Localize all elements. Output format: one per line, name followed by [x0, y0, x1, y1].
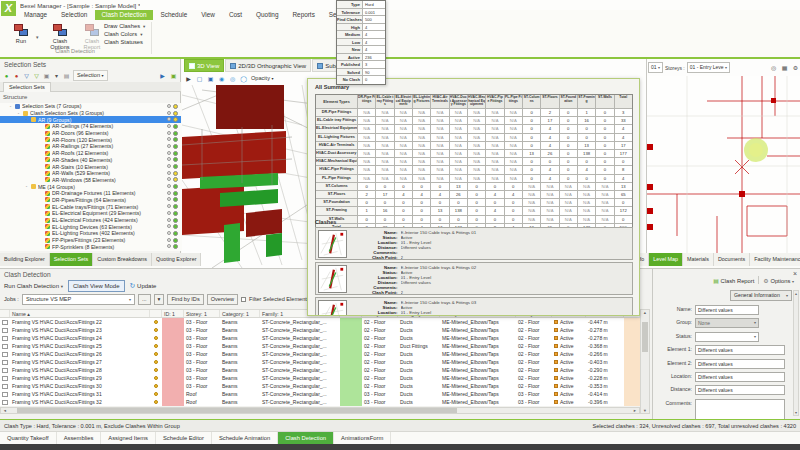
visibility-dot-icon[interactable] [167, 197, 171, 201]
property-value-field[interactable]: Different values [695, 345, 785, 355]
opacity-dropdown[interactable]: Opacity ▾ [251, 75, 274, 81]
job-select[interactable]: Structure VS MEP▾ [22, 294, 135, 305]
status-dot-icon[interactable] [173, 111, 178, 116]
clash-view-mode-button[interactable]: Clash View Mode [68, 280, 125, 292]
scroll-right-icon[interactable]: ▸ [631, 408, 639, 413]
tree-item[interactable]: AR-Ceilings (74 Elements) [0, 123, 181, 130]
more-dropdown-button[interactable]: ▾ [154, 294, 165, 305]
tree-item[interactable]: AR-Roofs (12 Elements) [0, 150, 181, 157]
status-dot-icon[interactable] [173, 171, 178, 176]
right-bottom-tab[interactable]: Facility Maintenance [750, 253, 800, 266]
visibility-dot-icon[interactable] [167, 157, 171, 161]
remove-selection-set-icon[interactable]: ● [12, 71, 21, 80]
property-value-field[interactable]: Different values [695, 359, 785, 369]
ribbon-tab[interactable]: Quoting [250, 10, 284, 20]
tree-item[interactable]: - ME (14 Groups) [0, 183, 181, 190]
visibility-dot-icon[interactable] [167, 104, 171, 108]
property-value-field[interactable] [695, 332, 759, 342]
status-dot-icon[interactable] [173, 117, 178, 122]
status-dot-icon[interactable] [173, 184, 178, 189]
viewport-2d[interactable]: 01 ▾ Storeys : 01 - Entry Leve ▾ ◎ ▦ ⚙ [646, 59, 800, 266]
horizontal-scrollbar[interactable]: ◂ ▸ [0, 407, 640, 414]
tree-item[interactable]: EL-Electrical Equipment (29 Elements) [0, 210, 181, 217]
tree-item[interactable]: AR-Railings (27 Elements) [0, 143, 181, 150]
col-name[interactable]: Name ▴ [10, 310, 150, 317]
expand-icon[interactable]: - [16, 111, 21, 116]
vertical-scroll-thumb[interactable] [642, 322, 648, 352]
status-dot-icon[interactable] [173, 144, 178, 149]
clash-table-row[interactable]: + Framing VS HVAC Duct/Accs/Fittings 27 … [0, 358, 640, 366]
box-select-icon[interactable]: ▢ [195, 74, 204, 83]
tree-item[interactable]: - AR (9 Groups) [0, 116, 181, 123]
overview-button[interactable]: Overview [207, 294, 238, 305]
row-expand-icon[interactable]: + [2, 344, 8, 349]
visibility-dot-icon[interactable] [167, 244, 171, 248]
find-by-ids-button[interactable]: Find by IDs [167, 294, 203, 305]
row-expand-icon[interactable]: + [2, 400, 8, 405]
row-expand-icon[interactable]: + [2, 336, 8, 341]
visibility-dot-icon[interactable] [167, 137, 171, 141]
section-box-icon[interactable]: ▣ [206, 74, 215, 83]
expand-icon[interactable]: - [24, 117, 29, 122]
orbit-icon[interactable]: ◉ [217, 74, 226, 83]
tree-item[interactable]: - Clash Selection Sets (3 Groups) [0, 110, 181, 117]
status-dot-icon[interactable] [173, 231, 178, 236]
zoom-icon[interactable]: ◯ [239, 74, 248, 83]
scroll-up-icon[interactable]: ▴ [641, 310, 649, 315]
tree-item[interactable]: FP-Sprinklers (8 Elements) [0, 243, 181, 250]
level-map-canvas[interactable] [647, 76, 800, 253]
clash-report-button[interactable]: ▤ Clash Report [713, 277, 754, 284]
col-category1[interactable]: Category: 1 [220, 310, 260, 317]
layers-icon[interactable]: ▦ [780, 63, 789, 72]
ribbon-menu-item[interactable]: Clash Statuses [104, 39, 146, 45]
fit-view-icon[interactable]: ◎ [769, 63, 778, 72]
visibility-dot-icon[interactable] [167, 111, 171, 115]
app-tab[interactable]: Assigned Items [101, 432, 156, 444]
property-value-field[interactable]: Different values [695, 372, 785, 382]
scroll-down-icon[interactable]: ▾ [794, 410, 798, 415]
scroll-left-icon[interactable]: ◂ [1, 408, 9, 413]
status-dot-icon[interactable] [173, 244, 178, 249]
selection-dropdown-button[interactable]: Selection ▾ [73, 70, 108, 81]
visibility-dot-icon[interactable] [167, 224, 171, 228]
ribbon-tab[interactable]: Reports [286, 10, 320, 20]
tree-item[interactable]: DR-Pipes/Fittings (64 Elements) [0, 197, 181, 204]
visibility-dot-icon[interactable] [167, 191, 171, 195]
status-dot-icon[interactable] [173, 131, 178, 136]
tree-item[interactable]: EL-Cable trays/Fittings (71 Elements) [0, 203, 181, 210]
app-tab[interactable]: Assemblies [57, 432, 102, 444]
run-clash-detection-button[interactable]: Run Clash Detection ▾ [4, 283, 63, 289]
left-bottom-tab[interactable]: Building Explorer [0, 253, 50, 266]
visibility-dot-icon[interactable] [167, 184, 171, 188]
update-button[interactable]: ↻ Update [130, 282, 157, 290]
pan-icon[interactable]: ◎ [228, 74, 237, 83]
status-dot-icon[interactable] [173, 104, 178, 109]
row-expand-icon[interactable]: + [2, 392, 8, 397]
grid-select[interactable]: 01 ▾ [648, 62, 663, 73]
copy-icon[interactable]: ▣ [42, 71, 51, 80]
visibility-dot-icon[interactable] [167, 131, 171, 135]
viewport-tab[interactable]: 2D/3D Orthographic View [225, 59, 311, 72]
row-expand-icon[interactable]: + [2, 376, 8, 381]
app-tab[interactable]: Schedule Editor [156, 432, 212, 444]
row-expand-icon[interactable]: + [2, 352, 8, 357]
properties-scrollbar[interactable]: ▴ ▾ [793, 290, 799, 416]
clash-table-row[interactable]: + Framing VS HVAC Duct/Accs/Fittings 32 … [0, 398, 640, 406]
vertical-scrollbar[interactable]: ▴ ▾ [640, 309, 650, 414]
status-dot-icon[interactable] [173, 204, 178, 209]
settings-icon[interactable]: ⚙ [791, 63, 800, 72]
status-dot-icon[interactable] [173, 218, 178, 223]
left-bottom-tab[interactable]: Custom Breakdowns [93, 253, 152, 266]
add-selection-set-icon[interactable]: ● [2, 71, 11, 80]
status-dot-icon[interactable] [173, 164, 178, 169]
status-dot-icon[interactable] [173, 137, 178, 142]
visibility-dot-icon[interactable] [167, 171, 171, 175]
app-tab[interactable]: AnimationsForm [334, 432, 391, 444]
col-storey1[interactable]: Storey: 1 [184, 310, 220, 317]
visibility-dot-icon[interactable] [167, 231, 171, 235]
property-value-field[interactable]: Different values [695, 385, 785, 395]
ribbon-menu-item[interactable]: Clash Colors▾ [104, 31, 146, 37]
visibility-dot-icon[interactable] [167, 218, 171, 222]
visibility-dot-icon[interactable] [167, 177, 171, 181]
row-expand-icon[interactable]: + [2, 328, 8, 333]
